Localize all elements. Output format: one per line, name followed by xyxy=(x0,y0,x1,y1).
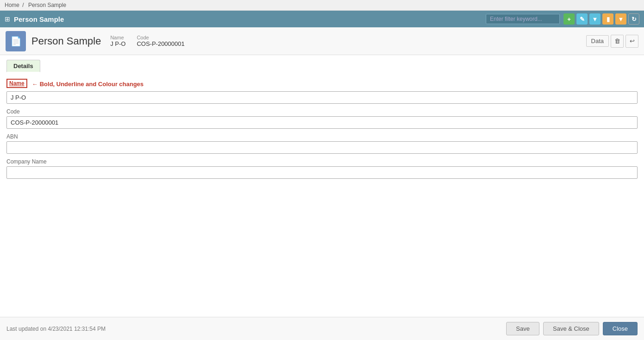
add-button[interactable]: + xyxy=(564,13,575,25)
meta-code-value: COS-P-20000001 xyxy=(137,40,185,47)
close-button[interactable]: Close xyxy=(603,322,638,335)
company-name-field-group: Company Name xyxy=(6,158,638,179)
code-field-group: Code xyxy=(6,108,638,129)
delete-button[interactable]: 🗑 xyxy=(611,35,624,48)
last-updated-status: Last updated on 4/23/2021 12:31:54 PM xyxy=(6,326,506,332)
code-input[interactable] xyxy=(6,116,638,129)
record-meta-name: Name J P-O xyxy=(110,35,125,47)
name-annotation: Bold, Underline and Colour changes xyxy=(40,81,144,88)
meta-code-label: Code xyxy=(137,35,185,40)
header-title: Person Sample xyxy=(14,15,486,23)
abn-label: ABN xyxy=(6,133,638,140)
name-field-group: Name ← Bold, Underline and Colour change… xyxy=(6,79,638,104)
record-icon: 📄 xyxy=(6,31,26,51)
main-content: Details Name ← Bold, Underline and Colou… xyxy=(0,55,644,317)
breadcrumb-home[interactable]: Home xyxy=(5,2,19,8)
meta-name-value: J P-O xyxy=(110,40,125,47)
footer: Last updated on 4/23/2021 12:31:54 PM Sa… xyxy=(0,317,644,340)
record-meta-code: Code COS-P-20000001 xyxy=(137,35,185,47)
name-input[interactable] xyxy=(6,91,638,104)
breadcrumb-current: Person Sample xyxy=(28,2,66,8)
company-name-label: Company Name xyxy=(6,158,638,165)
edit-button[interactable]: ✎ xyxy=(576,13,588,25)
export-button[interactable]: ▮ xyxy=(602,13,613,25)
abn-field-group: ABN xyxy=(6,133,638,154)
record-meta: Name J P-O Code COS-P-20000001 xyxy=(110,35,185,47)
footer-actions: Save Save & Close Close xyxy=(506,322,638,335)
app-icon: ⊞ xyxy=(5,15,10,23)
save-close-button[interactable]: Save & Close xyxy=(543,322,599,335)
tab-details[interactable]: Details xyxy=(6,60,40,72)
meta-name-label: Name xyxy=(110,35,125,40)
save-button[interactable]: Save xyxy=(506,322,539,335)
name-annotation-arrow: ← xyxy=(32,81,38,88)
history-button[interactable]: ↩ xyxy=(625,35,638,48)
name-label-row: Name ← Bold, Underline and Colour change… xyxy=(6,79,638,89)
breadcrumb: Home / Person Sample xyxy=(0,0,644,11)
tabs: Details xyxy=(6,60,638,72)
record-header: 📄 Person Sample Name J P-O Code COS-P-20… xyxy=(0,27,644,55)
header-bar: ⊞ Person Sample + ✎ ▼ ▮ ▼ ↻ xyxy=(0,11,644,27)
code-label: Code xyxy=(6,108,638,115)
import-button[interactable]: ▼ xyxy=(615,13,626,25)
company-name-input[interactable] xyxy=(6,166,638,179)
data-button[interactable]: Data xyxy=(586,35,609,47)
filter-button[interactable]: ▼ xyxy=(589,13,601,25)
breadcrumb-separator: / xyxy=(22,2,24,8)
header-actions: + ✎ ▼ ▮ ▼ ↻ xyxy=(564,13,639,25)
filter-search-input[interactable] xyxy=(486,14,560,24)
record-title: Person Sample xyxy=(31,35,101,47)
refresh-button[interactable]: ↻ xyxy=(628,13,639,25)
record-header-actions: Data 🗑 ↩ xyxy=(586,35,638,48)
abn-input[interactable] xyxy=(6,141,638,154)
name-label: Name xyxy=(6,79,27,88)
